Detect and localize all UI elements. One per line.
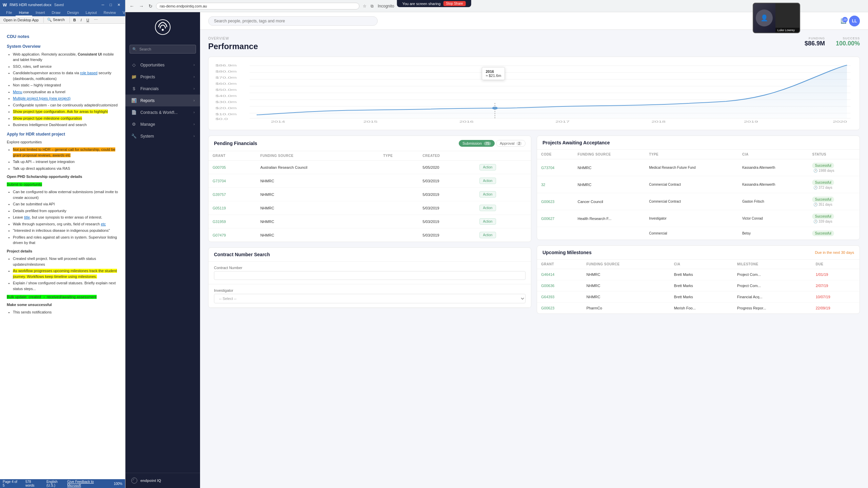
underline-button[interactable]: U xyxy=(84,17,91,23)
svg-text:$40.0m: $40.0m xyxy=(215,94,237,98)
notifications-button[interactable]: 🔄 29 xyxy=(841,18,846,24)
url-bar[interactable] xyxy=(156,3,359,9)
sidebar-item-system[interactable]: 🔧 System › xyxy=(125,130,200,142)
word-app-icon: W xyxy=(3,2,7,7)
funding-cell: NHMRC xyxy=(583,269,670,280)
type-cell: Medical Research Future Fund xyxy=(645,159,738,176)
sidebar-item-contracts[interactable]: 📄 Contracts & Workfl... › xyxy=(125,106,200,118)
italic-button[interactable]: I xyxy=(79,17,84,23)
avatar[interactable]: LL xyxy=(849,16,860,26)
bookmark-button[interactable]: ☆ xyxy=(361,3,368,9)
extensions-button[interactable]: ⧉ xyxy=(369,3,375,9)
code-link[interactable]: 32 xyxy=(541,183,545,187)
sidebar-item-manage[interactable]: ⚙ Manage › xyxy=(125,118,200,130)
grant-link[interactable]: G00623 xyxy=(541,306,554,310)
contracts-icon: 📄 xyxy=(131,110,137,115)
action-button[interactable]: Action xyxy=(479,164,496,170)
cia-cell: Betsy xyxy=(738,227,808,240)
grant-link[interactable]: G00636 xyxy=(541,284,554,288)
restore-button[interactable]: □ xyxy=(107,2,114,8)
table-row: Commercial Betsy Successful xyxy=(537,227,860,240)
chevron-system: › xyxy=(194,134,195,138)
apply-hdr-heading: Apply for HDR student project xyxy=(7,131,118,137)
investigator-label: Investigator xyxy=(214,288,526,292)
funding-label: FUNDING xyxy=(805,37,825,40)
refresh-button[interactable]: ↻ xyxy=(147,3,154,9)
word-design-tab[interactable]: Design xyxy=(64,9,82,16)
svg-text:$20.0m: $20.0m xyxy=(215,106,237,110)
grant-link[interactable]: G05119 xyxy=(213,206,226,210)
type-cell: Commercial xyxy=(645,227,738,240)
grant-link[interactable]: G07479 xyxy=(213,233,226,237)
sidebar-item-projects[interactable]: 📁 Projects › xyxy=(125,71,200,83)
code-link[interactable]: G00627 xyxy=(541,217,554,221)
cia-cell: Merish Foo... xyxy=(670,303,733,314)
two-col-layout: Pending Financials Submission 75 Approva… xyxy=(208,136,860,319)
word-home-tab[interactable]: Home xyxy=(16,9,32,16)
word-review-tab[interactable]: Review xyxy=(100,9,119,16)
action-button[interactable]: Action xyxy=(479,191,496,198)
bold-button[interactable]: B xyxy=(71,17,78,23)
word-insert-tab[interactable]: Insert xyxy=(32,9,48,16)
svg-point-0 xyxy=(155,20,170,35)
stop-share-button[interactable]: Stop Share xyxy=(443,1,466,6)
sidebar-item-opportunities[interactable]: ◇ Opportunities › xyxy=(125,59,200,71)
sidebar-footer-label: endpoint IQ xyxy=(140,479,161,483)
minimize-button[interactable]: ─ xyxy=(100,2,106,8)
list-item: Details prefilled from opportunity xyxy=(13,208,118,214)
grant-link[interactable]: G46414 xyxy=(541,272,554,277)
submission-tab[interactable]: Submission 75 xyxy=(459,140,495,147)
sidebar-search[interactable]: 🔍 xyxy=(125,42,200,56)
grant-link[interactable]: G64393 xyxy=(541,295,554,299)
funding-source-cell: NHMRC xyxy=(256,228,379,242)
list-item: "Interested in infectious disease in ind… xyxy=(13,228,118,233)
word-layout-tab[interactable]: Layout xyxy=(82,9,100,16)
word-draw-tab[interactable]: Draw xyxy=(48,9,64,16)
contract-number-input[interactable] xyxy=(214,271,526,280)
code-link[interactable]: G00623 xyxy=(541,200,554,204)
svg-point-2 xyxy=(132,478,137,484)
global-search-input[interactable] xyxy=(208,16,378,26)
project-details-heading: Project details xyxy=(7,248,118,254)
grant-link[interactable]: G73704 xyxy=(213,179,226,183)
word-view-tab[interactable]: View xyxy=(119,9,125,16)
action-button[interactable]: Action xyxy=(479,232,496,238)
svg-text:$60.0m: $60.0m xyxy=(215,82,237,85)
ras-panel: ← → ↻ ☆ ⧉ Incognito 🔍 xyxy=(125,0,868,488)
investigator-select[interactable]: -- Select -- xyxy=(214,294,526,303)
close-button[interactable]: ✕ xyxy=(115,2,122,8)
grant-link[interactable]: G31959 xyxy=(213,220,226,224)
word-filename: RMS HDR runsheet.docx xyxy=(9,3,52,7)
more-formatting-button[interactable]: ⋯ xyxy=(92,17,100,23)
action-button[interactable]: Action xyxy=(479,205,496,211)
action-button[interactable]: Action xyxy=(479,218,496,225)
funding-cell: Cancer Council xyxy=(574,193,645,210)
approval-tab[interactable]: Approval 2 xyxy=(496,140,526,147)
svg-point-1 xyxy=(162,29,164,31)
code-link[interactable]: G73704 xyxy=(541,166,554,170)
sidebar-search-input[interactable] xyxy=(130,45,196,54)
list-item: Web application. Remotely accessible, Co… xyxy=(13,52,118,63)
grant-link[interactable]: G00705 xyxy=(213,165,226,169)
project-details-list: Created shell project. Now will proceed … xyxy=(7,256,118,291)
word-panel: W RMS HDR runsheet.docx Saved ─ □ ✕ File… xyxy=(0,0,125,488)
search-doc-button[interactable]: 🔍 Search xyxy=(45,17,67,23)
list-item: Can be configured to allow external subm… xyxy=(13,189,118,200)
funding-cell: NHMRC xyxy=(583,280,670,291)
funding-source-cell: NHMRC xyxy=(256,215,379,228)
days-label: 🕐 339 days xyxy=(813,220,832,223)
col-cia: CIA xyxy=(738,150,808,159)
word-file-tab[interactable]: File xyxy=(3,9,16,16)
back-button[interactable]: ← xyxy=(128,3,136,9)
sidebar-item-reports[interactable]: 📊 Reports › xyxy=(125,95,200,106)
projects-awaiting-table: CODE FUNDING SOURCE TYPE CIA STATUS xyxy=(537,150,860,240)
type-cell: Investigator xyxy=(645,210,738,227)
action-button[interactable]: Action xyxy=(479,178,496,184)
sidebar-footer: endpoint IQ xyxy=(125,473,200,488)
sidebar-item-financials[interactable]: $ Financials › xyxy=(125,83,200,95)
open-desktop-button[interactable]: Open in Desktop App xyxy=(1,17,41,23)
feedback-link[interactable]: Give Feedback to Microsoft xyxy=(67,480,108,487)
grant-link[interactable]: G39757 xyxy=(213,192,226,197)
forward-button[interactable]: → xyxy=(138,3,145,9)
funding-source-cell: NHMRC xyxy=(256,201,379,215)
